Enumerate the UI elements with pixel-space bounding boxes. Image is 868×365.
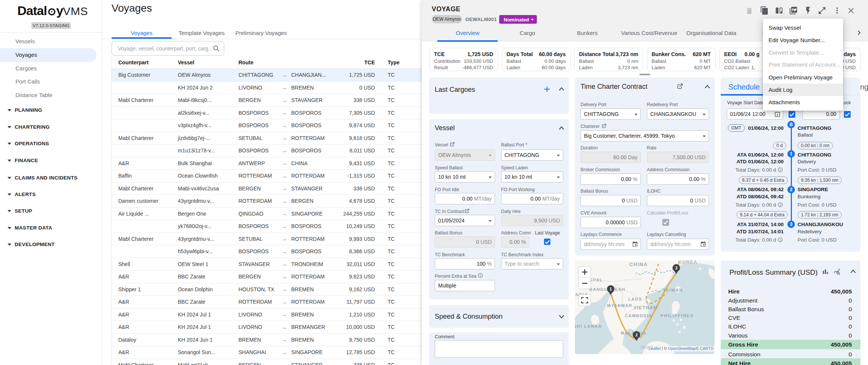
svg-text:LAOS: LAOS [628, 297, 642, 301]
svg-text:2: 2 [635, 333, 637, 337]
svg-text:PHILIPPINES: PHILIPPINES [660, 313, 694, 318]
svg-text:Leaflet | © OpenStreetMap© CAR: Leaflet | © OpenStreetMap© CARTO [649, 346, 714, 351]
svg-text:MYANMAR: MYANMAR [607, 303, 633, 308]
svg-text:KOREA: KOREA [679, 260, 698, 265]
svg-text:1: 1 [610, 287, 612, 291]
svg-text:CAMBODIA: CAMBODIA [625, 313, 653, 318]
svg-text:CHINA: CHINA [630, 262, 648, 267]
svg-text:VIETNAM: VIETNAM [634, 305, 658, 310]
svg-text:TAIWAN: TAIWAN [663, 288, 683, 292]
svg-text:SRI LANKA: SRI LANKA [575, 324, 602, 328]
svg-text:3: 3 [675, 266, 677, 270]
